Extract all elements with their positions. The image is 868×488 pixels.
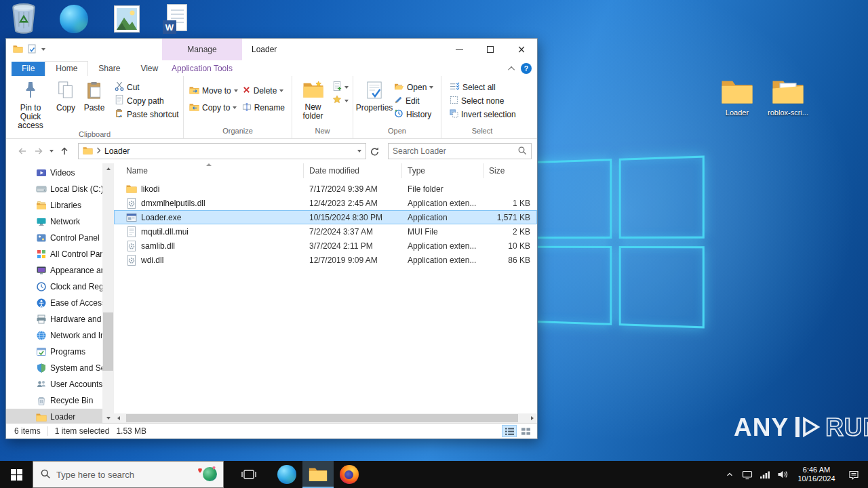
sidebar-item-network-and-internet[interactable]: Network and Internet	[6, 327, 102, 344]
recent-locations-chevron-icon[interactable]	[47, 150, 56, 152]
column-header-size[interactable]: Size	[484, 163, 537, 178]
desktop-icon-recycle-bin[interactable]	[9, 3, 38, 36]
cut-button[interactable]: Cut	[113, 81, 181, 94]
sidebar-scrollbar[interactable]	[102, 163, 114, 423]
paste-shortcut-button[interactable]: Paste shortcut	[113, 108, 181, 121]
desktop-icon-photo[interactable]	[114, 5, 140, 33]
sidebar-item-ease-of-access[interactable]: Ease of Access	[6, 295, 102, 311]
sidebar-item-libraries[interactable]: Libraries	[6, 197, 102, 214]
scroll-left-arrow[interactable]	[114, 416, 123, 420]
file-row-loader-exe[interactable]: Loader.exe 10/15/2024 8:30 PM Applicatio…	[114, 210, 537, 224]
tab-home[interactable]: Home	[45, 61, 88, 76]
paste-button[interactable]: Paste	[80, 78, 108, 130]
edit-button[interactable]: Edit	[392, 94, 435, 107]
select-none-button[interactable]: Select none	[448, 94, 518, 107]
details-view-button[interactable]	[502, 425, 517, 437]
sidebar-item-local-disk[interactable]: Local Disk (C:)	[6, 181, 102, 197]
new-item-button[interactable]	[330, 81, 351, 94]
rename-button[interactable]: Rename	[240, 101, 290, 114]
horizontal-scrollbar[interactable]	[114, 413, 537, 423]
up-button[interactable]	[56, 146, 73, 157]
new-folder-button[interactable]: New folder	[296, 78, 330, 127]
file-row-mqutil[interactable]: mqutil.dll.mui 7/2/2024 3:37 AM MUI File…	[114, 224, 537, 239]
sidebar-item-appearance[interactable]: Appearance and Personalization	[6, 262, 102, 279]
taskbar-edge-button[interactable]	[271, 461, 302, 488]
help-button[interactable]: ?	[521, 63, 532, 74]
back-button[interactable]	[14, 146, 31, 157]
select-all-button[interactable]: Select all	[448, 81, 518, 94]
sidebar-item-recycle-bin[interactable]: Recycle Bin	[6, 392, 102, 409]
sidebar-item-system-and-security[interactable]: System and Security	[6, 360, 102, 376]
move-to-button[interactable]: Move to	[187, 84, 240, 97]
copy-to-button[interactable]: Copy to	[187, 101, 240, 114]
scroll-track[interactable]	[102, 174, 114, 413]
sidebar-item-programs[interactable]: Programs	[6, 344, 102, 360]
start-button[interactable]	[0, 461, 33, 488]
taskbar-firefox-button[interactable]	[334, 461, 365, 488]
forward-button[interactable]	[31, 146, 47, 157]
copy-button[interactable]: Copy	[52, 78, 80, 130]
copy-path-button[interactable]: Copy path	[113, 94, 181, 107]
sidebar-item-clock-and-region[interactable]: Clock and Region	[6, 279, 102, 295]
address-dropdown-icon[interactable]	[357, 150, 361, 152]
close-button[interactable]: ×	[506, 39, 537, 60]
open-button[interactable]: Open	[392, 81, 435, 94]
thumbnails-view-button[interactable]	[518, 425, 533, 437]
sidebar-item-user-accounts[interactable]: User Accounts	[6, 376, 102, 392]
file-row-samlib[interactable]: samlib.dll 3/7/2024 2:11 PM Application …	[114, 239, 537, 253]
explorer-search-input[interactable]	[393, 146, 515, 156]
desktop-icon-word-doc[interactable]: W	[163, 4, 187, 34]
taskbar-clock[interactable]: 6:46 AM 10/16/2024	[792, 466, 841, 483]
qat-customize-chevron-icon[interactable]	[41, 48, 45, 51]
sidebar-item-all-control-panel-items[interactable]: All Control Panel Items	[6, 246, 102, 262]
scroll-right-arrow[interactable]	[528, 416, 537, 420]
network-tray-icon[interactable]	[757, 461, 773, 488]
delete-button[interactable]: Delete	[240, 84, 290, 97]
easy-access-button[interactable]	[330, 94, 351, 107]
history-button[interactable]: History	[392, 108, 435, 121]
desktop-icon-loader-folder[interactable]: Loader	[718, 76, 756, 117]
action-center-button[interactable]	[842, 461, 865, 488]
refresh-button[interactable]	[366, 143, 382, 159]
file-row-wdi[interactable]: wdi.dll 12/7/2019 9:09 AM Application ex…	[114, 253, 537, 267]
column-header-name[interactable]: Name	[114, 163, 304, 178]
breadcrumb-path[interactable]: Loader	[104, 146, 130, 156]
taskbar-search-input[interactable]	[56, 470, 191, 480]
scroll-thumb[interactable]	[126, 414, 518, 422]
tab-file[interactable]: File	[12, 62, 45, 76]
tab-application-tools[interactable]: Application Tools	[162, 64, 242, 73]
search-icon[interactable]	[517, 146, 527, 157]
search-highlights-icon[interactable]	[196, 465, 219, 484]
sidebar-item-videos[interactable]: Videos	[6, 165, 102, 181]
scroll-track[interactable]	[123, 413, 528, 423]
titlebar[interactable]: Manage Loader ×	[6, 39, 537, 60]
address-breadcrumb[interactable]: Loader	[78, 143, 366, 159]
volume-tray-icon[interactable]	[774, 461, 791, 488]
pin-to-quick-access-button[interactable]: Pin to Quick access	[9, 78, 52, 130]
minimize-button[interactable]	[443, 39, 475, 60]
scroll-thumb[interactable]	[103, 312, 113, 371]
display-tray-icon[interactable]	[739, 461, 755, 488]
column-header-type[interactable]: Type	[402, 163, 484, 178]
scroll-down-arrow[interactable]	[102, 413, 114, 423]
hidden-icons-chevron[interactable]	[722, 461, 738, 488]
taskbar-file-explorer-button[interactable]	[302, 461, 334, 488]
sidebar-item-hardware-and-sound[interactable]: Hardware and Sound	[6, 311, 102, 327]
file-row-dmxmlhelputils[interactable]: dmxmlhelputils.dll 12/4/2023 2:45 AM App…	[114, 196, 537, 210]
file-row-likodi[interactable]: likodi 7/17/2024 9:39 AM File folder	[114, 182, 537, 196]
desktop-icon-edge[interactable]	[60, 5, 88, 33]
maximize-button[interactable]	[475, 39, 506, 60]
explorer-search-box[interactable]	[388, 143, 532, 159]
task-view-button[interactable]	[233, 461, 264, 488]
sidebar-item-loader[interactable]: Loader	[6, 409, 102, 423]
sidebar-item-network[interactable]: Network	[6, 214, 102, 230]
sidebar-item-control-panel[interactable]: Control Panel	[6, 230, 102, 246]
tab-share[interactable]: Share	[88, 62, 130, 76]
properties-shortcut-icon[interactable]	[28, 44, 37, 56]
invert-selection-button[interactable]: Invert selection	[448, 108, 518, 121]
desktop-icon-roblox-folder[interactable]: roblox-scri...	[768, 76, 808, 117]
minimize-ribbon-icon[interactable]	[508, 66, 515, 73]
taskbar-search-box[interactable]	[33, 461, 224, 488]
properties-button[interactable]: Properties	[357, 78, 392, 127]
column-header-date-modified[interactable]: Date modified	[304, 163, 402, 178]
